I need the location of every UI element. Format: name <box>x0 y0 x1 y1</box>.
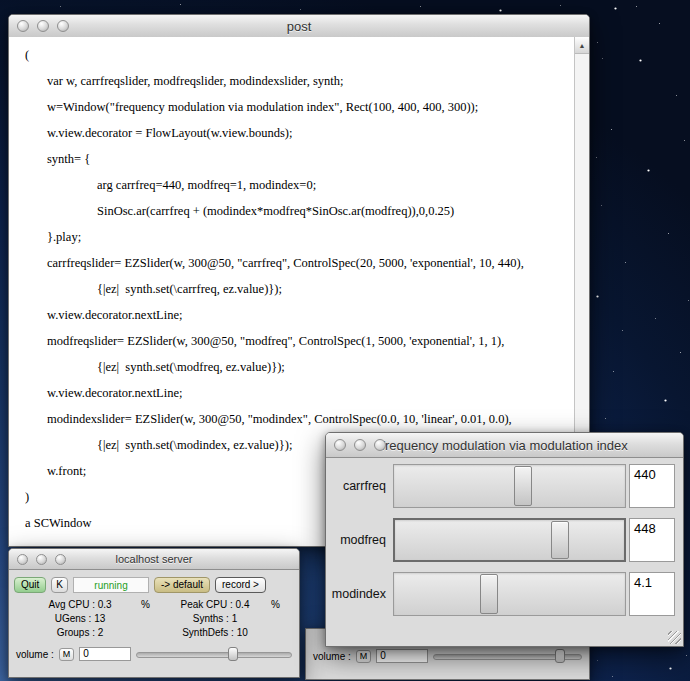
code-line: modindexslider= EZSlider(w, 300@50, "mod… <box>25 406 574 432</box>
record-button[interactable]: record > <box>215 577 266 593</box>
ezslider-row-carrfreq: carrfreq440 <box>326 464 675 508</box>
volume-row: volume : M 0 <box>9 646 299 662</box>
code-line: carrfreqslider= EZSlider(w, 300@50, "car… <box>25 250 574 276</box>
zoom-button[interactable] <box>57 20 69 32</box>
slider-track <box>136 652 292 658</box>
resize-grip[interactable] <box>668 631 681 644</box>
slider-label: modfreq <box>326 533 393 547</box>
fm-rows: carrfreq440modfreq448modindex4.1 <box>326 458 683 616</box>
post-titlebar[interactable]: post <box>9 15 589 38</box>
window-controls <box>17 549 66 569</box>
code-line: w.view.decorator.nextLine; <box>25 302 574 328</box>
zoom-button[interactable] <box>374 439 386 451</box>
code-line: w=Window("frequency modulation via modul… <box>25 94 574 120</box>
stat-text: SynthDefs : 10 <box>159 626 271 640</box>
stat-text: UGens : 13 <box>19 612 141 626</box>
stat-text: Synths : 1 <box>159 612 271 626</box>
window-controls <box>334 433 386 457</box>
volume-label: volume : <box>16 649 54 660</box>
slider-label: carrfreq <box>326 479 393 493</box>
modfreq-slider[interactable] <box>393 518 626 562</box>
stat-text: Peak CPU : 0.4 <box>159 598 271 612</box>
code-line: ( <box>25 42 574 68</box>
slider-label: modindex <box>326 587 393 601</box>
stat-text: % <box>271 598 289 612</box>
code-line: modfreqslider= EZSlider(w, 300@50, "modf… <box>25 328 574 354</box>
desktop-stars <box>0 0 1 1</box>
slider-thumb[interactable] <box>228 647 238 661</box>
minimize-button[interactable] <box>37 20 49 32</box>
stat-text: % <box>141 598 159 612</box>
close-button[interactable] <box>17 554 28 565</box>
ezslider-row-modindex: modindex4.1 <box>326 572 675 616</box>
post-window-title: post <box>9 15 589 37</box>
code-line: arg carrfreq=440, modfreq=1, modindex=0; <box>25 172 574 198</box>
carrfreq-slider[interactable] <box>393 464 626 508</box>
mute-button[interactable]: M <box>356 650 372 663</box>
volume-row: volume : M 0 <box>306 648 589 664</box>
code-line: }.play; <box>25 224 574 250</box>
stat-text <box>271 626 289 640</box>
code-line: w.view.decorator = FlowLayout(w.view.bou… <box>25 120 574 146</box>
stat-text <box>141 626 159 640</box>
volume-slider[interactable] <box>433 648 582 664</box>
modindex-number-box[interactable]: 4.1 <box>629 572 675 616</box>
server-stats: Avg CPU : 0.3%Peak CPU : 0.4%UGens : 13S… <box>9 598 299 640</box>
slider-thumb[interactable] <box>551 521 569 559</box>
close-button[interactable] <box>334 439 346 451</box>
quit-button[interactable]: Quit <box>14 577 46 593</box>
stat-text <box>271 612 289 626</box>
kill-button[interactable]: K <box>51 577 68 593</box>
code-line: SinOsc.ar(carrfreq + (modindex*modfreq*S… <box>25 198 574 224</box>
server-button-row: Quit K running -> default record > <box>9 570 299 596</box>
stat-text: Groups : 2 <box>19 626 141 640</box>
fm-window: frequency modulation via modulation inde… <box>325 432 684 647</box>
modfreq-number-box[interactable]: 448 <box>629 518 675 562</box>
minimize-button[interactable] <box>354 439 366 451</box>
code-line: {|ez| synth.set(\modfreq, ez.value)}); <box>25 354 574 380</box>
localhost-server-window: localhost server Quit K running -> defau… <box>8 548 300 678</box>
volume-label: volume : <box>313 651 351 662</box>
minimize-button[interactable] <box>36 554 47 565</box>
code-line: w.view.decorator.nextLine; <box>25 380 574 406</box>
code-line: var w, carrfreqslider, modfreqslider, mo… <box>25 68 574 94</box>
volume-number-box[interactable]: 0 <box>79 647 131 661</box>
stat-text: Avg CPU : 0.3 <box>19 598 141 612</box>
volume-slider[interactable] <box>136 646 292 662</box>
scroll-up-icon[interactable]: ▲ <box>575 37 589 54</box>
code-line: synth= { <box>25 146 574 172</box>
server-status-badge: running <box>73 577 149 593</box>
slider-thumb[interactable] <box>480 574 498 614</box>
zoom-button[interactable] <box>55 554 66 565</box>
carrfreq-number-box[interactable]: 440 <box>629 464 675 508</box>
close-button[interactable] <box>17 20 29 32</box>
make-default-button[interactable]: -> default <box>154 577 210 593</box>
code-line: {|ez| synth.set(\carrfreq, ez.value)}); <box>25 276 574 302</box>
window-controls <box>17 15 69 37</box>
slider-thumb[interactable] <box>514 466 532 506</box>
mute-button[interactable]: M <box>59 648 75 661</box>
modindex-slider[interactable] <box>393 572 626 616</box>
slider-thumb[interactable] <box>555 649 565 663</box>
server-content: Quit K running -> default record > Avg C… <box>9 570 299 662</box>
server-titlebar[interactable]: localhost server <box>9 549 299 570</box>
ezslider-row-modfreq: modfreq448 <box>326 518 675 562</box>
fm-titlebar[interactable]: frequency modulation via modulation inde… <box>326 433 683 458</box>
volume-number-box[interactable]: 0 <box>376 649 428 663</box>
stat-text <box>141 612 159 626</box>
